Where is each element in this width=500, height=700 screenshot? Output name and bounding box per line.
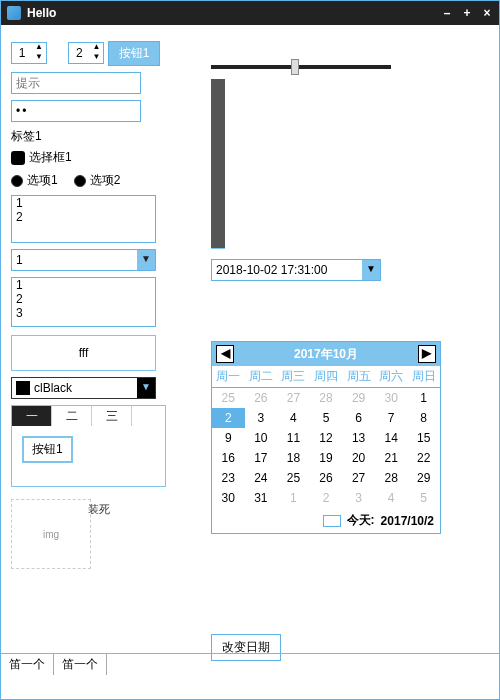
- radio-option-1[interactable]: 选项1: [11, 172, 58, 189]
- calendar-dow: 周一: [212, 366, 245, 388]
- calendar-day[interactable]: 21: [375, 448, 408, 468]
- checkbox-icon[interactable]: [11, 151, 25, 165]
- calendar-next-icon[interactable]: ▶: [418, 345, 436, 363]
- color-combo[interactable]: clBlack ▼: [11, 377, 156, 399]
- calendar-day[interactable]: 4: [375, 488, 408, 508]
- calendar-day[interactable]: 28: [310, 388, 343, 408]
- slider[interactable]: [211, 65, 391, 69]
- calendar-day[interactable]: 18: [277, 448, 310, 468]
- radio-icon[interactable]: [74, 175, 86, 187]
- calendar-day[interactable]: 12: [310, 428, 343, 448]
- calendar-day[interactable]: 5: [407, 488, 440, 508]
- calendar-day[interactable]: 30: [375, 388, 408, 408]
- tab-2[interactable]: 二: [52, 406, 92, 426]
- spin-value-2[interactable]: [69, 43, 89, 63]
- calendar-day[interactable]: 1: [277, 488, 310, 508]
- combobox-1[interactable]: 1 ▼: [11, 249, 156, 271]
- listbox-1[interactable]: 12: [11, 195, 156, 243]
- listbox-2[interactable]: 123: [11, 277, 156, 327]
- calendar-day[interactable]: 25: [212, 388, 245, 408]
- calendar-day[interactable]: 7: [375, 408, 408, 428]
- calendar-day[interactable]: 3: [342, 488, 375, 508]
- right-column: 2018-10-02 17:31:00 ▼ ◀ 2017年10月 ▶ 周一周二周…: [211, 31, 481, 661]
- calendar-day[interactable]: 27: [277, 388, 310, 408]
- calendar-day[interactable]: 8: [407, 408, 440, 428]
- calendar-day[interactable]: 24: [245, 468, 278, 488]
- calendar-day[interactable]: 3: [245, 408, 278, 428]
- progress-bar: [211, 79, 225, 249]
- group-text: fff: [79, 346, 89, 360]
- calendar-day[interactable]: 26: [310, 468, 343, 488]
- calendar-day[interactable]: 15: [407, 428, 440, 448]
- close-icon[interactable]: ×: [481, 7, 493, 19]
- datetime-value[interactable]: 2018-10-02 17:31:00: [212, 263, 362, 277]
- calendar-day[interactable]: 6: [342, 408, 375, 428]
- tab-1[interactable]: 一: [12, 406, 52, 426]
- spin-value-1[interactable]: [12, 43, 32, 63]
- radio-option-2[interactable]: 选项2: [74, 172, 121, 189]
- checkbox-1[interactable]: 选择框1: [11, 149, 191, 166]
- spin-down-icon[interactable]: ▼: [89, 53, 103, 63]
- maximize-icon[interactable]: +: [461, 7, 473, 19]
- calendar-day[interactable]: 27: [342, 468, 375, 488]
- minimize-icon[interactable]: –: [441, 7, 453, 19]
- calendar-day[interactable]: 26: [245, 388, 278, 408]
- calendar-day[interactable]: 19: [310, 448, 343, 468]
- calendar-dow: 周日: [407, 366, 440, 388]
- calendar-day[interactable]: 2: [310, 488, 343, 508]
- calendar-day[interactable]: 30: [212, 488, 245, 508]
- calendar-day[interactable]: 25: [277, 468, 310, 488]
- slider-track[interactable]: [211, 65, 391, 69]
- calendar-prev-icon[interactable]: ◀: [216, 345, 234, 363]
- tab-3[interactable]: 三: [92, 406, 132, 426]
- calendar-day[interactable]: 29: [407, 468, 440, 488]
- calendar-dow: 周三: [277, 366, 310, 388]
- calendar-day[interactable]: 22: [407, 448, 440, 468]
- button-1[interactable]: 按钮1: [108, 41, 161, 66]
- calendar-day[interactable]: 5: [310, 408, 343, 428]
- datetime-picker[interactable]: 2018-10-02 17:31:00 ▼: [211, 259, 381, 281]
- text-input-1[interactable]: [11, 72, 141, 94]
- password-input[interactable]: [11, 100, 141, 122]
- progress-fill: [211, 248, 225, 249]
- spinbox-1[interactable]: ▲▼: [11, 42, 47, 64]
- calendar-day[interactable]: 17: [245, 448, 278, 468]
- tab-button-1[interactable]: 按钮1: [22, 436, 73, 463]
- list-item[interactable]: 2: [12, 210, 155, 224]
- calendar[interactable]: ◀ 2017年10月 ▶ 周一周二周三周四周五周六周日2526272829301…: [211, 341, 441, 534]
- content-area: ▲▼ ▲▼ 按钮1 标签1 选择框1 选项1 选: [1, 25, 499, 675]
- calendar-day[interactable]: 23: [212, 468, 245, 488]
- image-placeholder: img: [11, 499, 91, 569]
- calendar-day[interactable]: 31: [245, 488, 278, 508]
- calendar-day[interactable]: 9: [212, 428, 245, 448]
- dropdown-icon[interactable]: ▼: [137, 250, 155, 270]
- list-item[interactable]: 1: [12, 196, 155, 210]
- calendar-header: ◀ 2017年10月 ▶: [212, 342, 440, 366]
- calendar-day[interactable]: 4: [277, 408, 310, 428]
- titlebar[interactable]: Hello – + ×: [1, 1, 499, 25]
- calendar-day[interactable]: 29: [342, 388, 375, 408]
- list-item[interactable]: 2: [12, 292, 155, 306]
- list-item[interactable]: 3: [12, 306, 155, 320]
- app-icon: [7, 6, 21, 20]
- calendar-today-row[interactable]: 今天: 2017/10/2: [212, 508, 440, 533]
- list-item[interactable]: 1: [12, 278, 155, 292]
- status-cell-2: 笛一个: [54, 654, 107, 675]
- calendar-day[interactable]: 20: [342, 448, 375, 468]
- calendar-day[interactable]: 14: [375, 428, 408, 448]
- calendar-dow: 周四: [310, 366, 343, 388]
- calendar-day[interactable]: 2: [212, 408, 245, 428]
- radio-icon[interactable]: [11, 175, 23, 187]
- spinbox-2[interactable]: ▲▼: [68, 42, 104, 64]
- calendar-day[interactable]: 16: [212, 448, 245, 468]
- calendar-day[interactable]: 13: [342, 428, 375, 448]
- calendar-dow: 周二: [245, 366, 278, 388]
- spin-down-icon[interactable]: ▼: [32, 53, 46, 63]
- calendar-day[interactable]: 11: [277, 428, 310, 448]
- dropdown-icon[interactable]: ▼: [137, 378, 155, 398]
- calendar-day[interactable]: 28: [375, 468, 408, 488]
- calendar-day[interactable]: 1: [407, 388, 440, 408]
- dropdown-icon[interactable]: ▼: [362, 260, 380, 280]
- calendar-day[interactable]: 10: [245, 428, 278, 448]
- slider-thumb[interactable]: [291, 59, 299, 75]
